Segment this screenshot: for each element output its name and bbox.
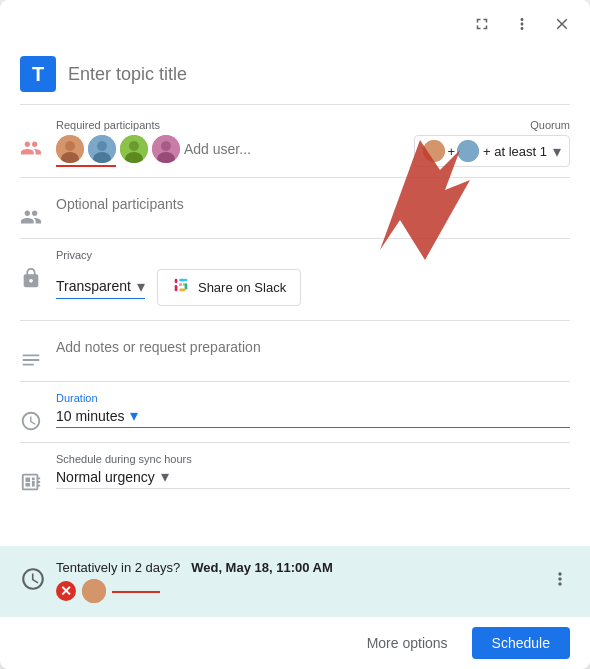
duration-icon [20, 392, 56, 432]
quorum-dropdown-arrow: ▾ [553, 142, 561, 161]
slack-icon [172, 276, 190, 299]
quorum-avatar-1 [423, 140, 445, 162]
urgency-label: Schedule during sync hours [56, 453, 570, 465]
suggestion-prefix: Tentatively in 2 days? [56, 560, 180, 575]
privacy-dropdown-arrow: ▾ [137, 277, 145, 296]
privacy-select[interactable]: Transparent ▾ [56, 277, 145, 299]
expand-button[interactable] [466, 8, 498, 40]
avatar-1 [56, 135, 84, 163]
avatar-2 [88, 135, 116, 163]
duration-label: Duration [56, 392, 570, 404]
footer-suggestion: Tentatively in 2 days? Wed, May 18, 11:0… [0, 546, 590, 617]
header-toolbar [0, 0, 590, 48]
duration-dropdown-arrow: ▾ [130, 406, 138, 425]
error-underline [56, 165, 116, 167]
suggestion-date: Wed, May 18, 11:00 AM [191, 560, 333, 575]
privacy-icon [20, 249, 56, 289]
suggestion-underline [112, 591, 160, 593]
quorum-avatar-2 [457, 140, 479, 162]
urgency-content: Schedule during sync hours Normal urgenc… [56, 453, 570, 489]
main-content: T Required participants [0, 48, 590, 546]
quorum-section: Quorum + [410, 119, 570, 167]
quorum-select[interactable]: + + at least 1 ▾ [414, 135, 570, 167]
urgency-select[interactable]: Normal urgency ▾ [56, 467, 570, 489]
more-options-button[interactable]: More options [355, 627, 460, 659]
topic-icon: T [20, 56, 56, 92]
optional-icon [20, 188, 56, 228]
svg-point-10 [161, 141, 171, 151]
close-icon [553, 15, 571, 33]
svg-rect-19 [179, 289, 185, 292]
quorum-value: + at least 1 [483, 144, 547, 159]
privacy-content: Privacy Transparent ▾ [56, 249, 570, 310]
required-participants-content: Required participants [56, 119, 410, 167]
participants-icon [20, 119, 56, 159]
required-participants-row: Required participants [20, 109, 570, 178]
quorum-plus: + [447, 144, 455, 159]
action-buttons: More options Schedule [0, 617, 590, 669]
duration-value: 10 minutes [56, 408, 124, 424]
svg-rect-21 [183, 283, 186, 286]
svg-rect-16 [179, 279, 185, 282]
privacy-row-inner: Transparent ▾ [56, 265, 570, 310]
svg-rect-14 [175, 285, 178, 291]
svg-rect-20 [179, 283, 182, 286]
notes-content [56, 331, 570, 363]
svg-point-22 [82, 579, 106, 603]
notes-icon [20, 331, 56, 371]
topic-title-input[interactable] [68, 64, 570, 85]
svg-rect-15 [175, 279, 178, 284]
kebab-menu-icon [513, 15, 531, 33]
suggestion-line2: ✕ [56, 579, 540, 603]
block-icon: ✕ [56, 581, 76, 601]
kebab-menu-button[interactable] [506, 8, 538, 40]
privacy-select-wrapper: Transparent ▾ [56, 277, 145, 299]
close-button[interactable] [546, 8, 578, 40]
optional-participants-row [20, 178, 570, 239]
expand-icon [473, 15, 491, 33]
duration-content: Duration 10 minutes ▾ [56, 392, 570, 428]
urgency-row: Schedule during sync hours Normal urgenc… [20, 443, 570, 503]
suggestion-text: Tentatively in 2 days? Wed, May 18, 11:0… [56, 560, 540, 603]
main-card: T Required participants [0, 0, 590, 669]
quorum-avatars: + [423, 140, 479, 162]
urgency-value: Normal urgency [56, 469, 155, 485]
optional-participants-input[interactable] [56, 188, 570, 220]
add-user-input[interactable] [184, 141, 359, 157]
slack-button[interactable]: Share on Slack [157, 269, 301, 306]
suggestion-line1: Tentatively in 2 days? Wed, May 18, 11:0… [56, 560, 540, 575]
participants-list [56, 135, 410, 163]
schedule-button[interactable]: Schedule [472, 627, 570, 659]
slack-button-label: Share on Slack [198, 280, 286, 295]
duration-row: Duration 10 minutes ▾ [20, 382, 570, 443]
svg-point-7 [129, 141, 139, 151]
notes-row [20, 321, 570, 382]
avatar-3 [120, 135, 148, 163]
optional-participants-content [56, 188, 570, 220]
notes-input[interactable] [56, 331, 570, 363]
urgency-icon [20, 453, 56, 493]
svg-point-1 [65, 141, 75, 151]
quorum-label: Quorum [530, 119, 570, 131]
clock-icon [20, 566, 46, 598]
svg-point-4 [97, 141, 107, 151]
duration-select[interactable]: 10 minutes ▾ [56, 406, 570, 428]
privacy-row: Privacy Transparent ▾ [20, 239, 570, 321]
svg-rect-17 [185, 279, 188, 282]
avatar-4 [152, 135, 180, 163]
required-participants-label: Required participants [56, 119, 410, 131]
duration-select-wrapper: Duration 10 minutes ▾ [56, 392, 570, 428]
suggestion-more-button[interactable] [550, 569, 570, 594]
suggestion-avatar [82, 579, 106, 603]
svg-point-12 [423, 140, 445, 162]
svg-point-13 [457, 140, 479, 162]
privacy-value: Transparent [56, 278, 131, 294]
topic-title-row: T [20, 48, 570, 105]
privacy-label: Privacy [56, 249, 570, 261]
urgency-dropdown-arrow: ▾ [161, 467, 169, 486]
